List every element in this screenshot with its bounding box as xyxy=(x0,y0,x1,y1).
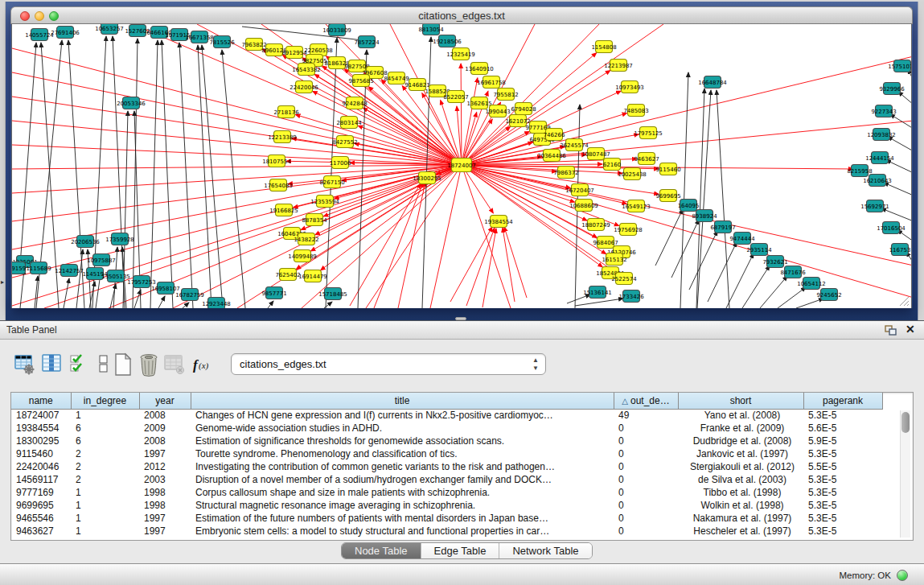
graph-edge-black[interactable] xyxy=(133,39,138,308)
column-header-year[interactable]: year xyxy=(139,393,191,409)
cell-pagerank[interactable]: 5.3E-5 xyxy=(803,409,882,422)
graph-edge-black[interactable] xyxy=(778,287,806,308)
graph-edge-red[interactable] xyxy=(461,64,462,165)
column-header-pagerank[interactable]: pagerank xyxy=(803,393,882,409)
graph-edge-black[interactable] xyxy=(162,40,173,308)
column-header-out_de[interactable]: △out_de… xyxy=(614,393,678,409)
table-row[interactable]: 1456911722003Disruption of a novel membe… xyxy=(11,473,882,486)
cell-short[interactable]: Franke et al. (2009) xyxy=(678,422,803,435)
tab-edge-table[interactable]: Edge Table xyxy=(421,543,500,558)
select-all-icon[interactable] xyxy=(69,352,90,377)
graph-edge-black[interactable] xyxy=(150,40,158,308)
cell-name[interactable]: 9463627 xyxy=(11,525,71,538)
graph-edge-black[interactable] xyxy=(134,290,141,308)
cell-in_degree[interactable]: 1 xyxy=(71,499,139,512)
graph-edge-black[interactable] xyxy=(158,296,165,308)
splitter-grip[interactable] xyxy=(455,317,466,320)
graph-edge-black[interactable] xyxy=(179,43,193,308)
cell-name[interactable]: 18724007 xyxy=(11,409,71,422)
column-header-title[interactable]: title xyxy=(191,393,614,409)
cell-title[interactable]: Genome-wide association studies in ADHD. xyxy=(191,422,614,435)
graph-edge-red[interactable] xyxy=(358,126,462,165)
cell-out_de[interactable]: 0 xyxy=(614,447,678,460)
cell-out_de[interactable]: 0 xyxy=(614,486,678,499)
cell-short[interactable]: de Silva et al. (2003) xyxy=(678,473,803,486)
graph-edge-black[interactable] xyxy=(575,299,623,306)
column-header-in_degree[interactable]: in_degree xyxy=(71,393,139,409)
graph-edge-black[interactable] xyxy=(35,276,38,308)
graph-edge-red[interactable] xyxy=(12,121,462,165)
cell-title[interactable]: Disruption of a novel member of a sodium… xyxy=(191,473,614,486)
table-selector-dropdown[interactable]: citations_edges.txt ▲▼ xyxy=(231,353,546,375)
cell-pagerank[interactable]: 5.3E-5 xyxy=(803,525,882,538)
graph-edge-black[interactable] xyxy=(680,72,688,308)
column-header-short[interactable]: short xyxy=(678,393,803,409)
unselect-all-icon[interactable] xyxy=(93,352,114,377)
window-titlebar[interactable]: citations_edges.txt xyxy=(10,6,913,24)
column-header-name[interactable]: name xyxy=(11,393,71,409)
function-builder-icon[interactable]: f (x) xyxy=(191,352,212,377)
cell-year[interactable]: 2012 xyxy=(139,460,191,473)
cell-out_de[interactable]: 0 xyxy=(614,460,678,473)
graph-edge-red[interactable] xyxy=(374,183,423,308)
table-row[interactable]: 977716911998Corpus callosum shape and si… xyxy=(11,486,882,499)
cell-short[interactable]: Hescheler et al. (1997) xyxy=(678,525,803,538)
graph-edge-red[interactable] xyxy=(295,114,462,165)
graph-edge-black[interactable] xyxy=(898,92,912,105)
graph-edge-black[interactable] xyxy=(760,276,787,308)
cell-in_degree[interactable]: 6 xyxy=(71,435,139,447)
panel-collapse-arrow[interactable]: ▸ xyxy=(1,278,4,286)
graph-edge-black[interactable] xyxy=(884,183,912,196)
cell-year[interactable]: 2008 xyxy=(139,409,191,422)
graph-edge-black[interactable] xyxy=(268,301,273,308)
cell-in_degree[interactable]: 2 xyxy=(71,460,139,473)
scrollbar-thumb[interactable] xyxy=(901,412,910,433)
cell-out_de[interactable]: 0 xyxy=(614,435,678,447)
cell-title[interactable]: Changes of HCN gene expression and I(f) … xyxy=(191,409,614,422)
cell-title[interactable]: Corpus callosum shape and size in male p… xyxy=(191,486,614,499)
cell-short[interactable]: Jankovic et al. (1997) xyxy=(678,447,803,460)
table-mode-icon[interactable] xyxy=(14,352,35,377)
graph-edge-black[interactable] xyxy=(567,295,590,303)
graph-edge-red[interactable] xyxy=(12,165,462,169)
graph-edge-black[interactable] xyxy=(671,220,699,278)
cell-title[interactable]: Estimation of significance thresholds fo… xyxy=(191,435,614,447)
graph-edge-black[interactable] xyxy=(886,160,912,173)
table-row[interactable]: 911546021997Tourette syndrome. Phenomeno… xyxy=(11,447,882,460)
cell-short[interactable]: Tibbo et al. (1998) xyxy=(678,486,803,499)
cell-pagerank[interactable]: 5.3E-5 xyxy=(803,499,882,512)
cell-year[interactable]: 2009 xyxy=(139,422,191,435)
cell-in_degree[interactable]: 6 xyxy=(71,422,139,435)
graph-edge-red[interactable] xyxy=(12,165,462,193)
tab-network-table[interactable]: Network Table xyxy=(499,543,591,558)
graph-edge-black[interactable] xyxy=(183,303,189,308)
import-table-icon[interactable] xyxy=(164,352,185,377)
cell-title[interactable]: Tourette syndrome. Phenomenology and cla… xyxy=(191,447,614,460)
cell-in_degree[interactable]: 1 xyxy=(71,512,139,525)
cell-name[interactable]: 9699695 xyxy=(11,499,71,512)
vertical-scrollbar[interactable] xyxy=(900,410,910,538)
cell-pagerank[interactable]: 5.3E-5 xyxy=(803,512,882,525)
cell-in_degree[interactable]: 2 xyxy=(71,473,139,486)
graph-edge-black[interactable] xyxy=(358,50,367,308)
cell-title[interactable]: Embryonic stem cells: a model to study s… xyxy=(191,525,614,538)
table-row[interactable]: 1872400712008Changes of HCN gene express… xyxy=(11,409,882,422)
close-icon[interactable]: ✕ xyxy=(906,323,915,336)
cell-title[interactable]: Structural magnetic resonance image aver… xyxy=(191,499,614,512)
cell-out_de[interactable]: 0 xyxy=(614,525,678,538)
cell-short[interactable]: Wolkin et al. (1998) xyxy=(678,499,803,512)
cell-in_degree[interactable]: 1 xyxy=(71,525,139,538)
cell-pagerank[interactable]: 5.3E-5 xyxy=(803,447,882,460)
graph-edge-black[interactable] xyxy=(888,137,912,151)
graph-edge-red[interactable] xyxy=(504,227,527,298)
cell-title[interactable]: Estimation of the future numbers of pati… xyxy=(191,512,614,525)
graph-edge-red[interactable] xyxy=(450,227,492,302)
table-row[interactable]: 946362711997Embryonic stem cells: a mode… xyxy=(11,525,882,538)
graph-edge-black[interactable] xyxy=(717,90,729,308)
table-row[interactable]: 2242004622012Investigating the contribut… xyxy=(11,460,882,473)
cell-pagerank[interactable]: 5.3E-5 xyxy=(803,486,882,499)
cell-short[interactable]: Stergiakouli et al. (2012) xyxy=(678,460,803,473)
graph-edge-black[interactable] xyxy=(796,299,823,308)
graph-edge-black[interactable] xyxy=(76,249,83,308)
cell-year[interactable]: 1997 xyxy=(139,512,191,525)
